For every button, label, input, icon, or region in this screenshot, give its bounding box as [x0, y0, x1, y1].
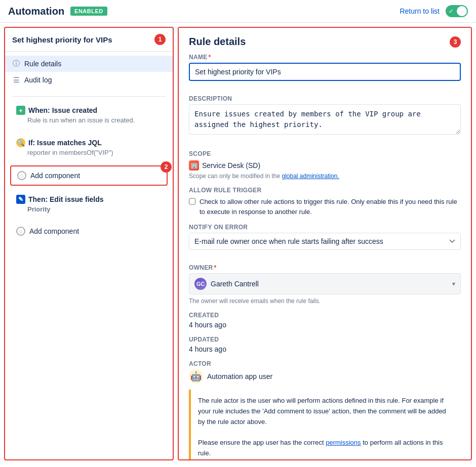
left-nav: ⓘ Rule details ☰ Audit log	[5, 52, 173, 92]
if-icon: 🔍	[16, 138, 25, 147]
global-admin-link[interactable]: global administration.	[282, 173, 339, 180]
updated-label: Updated	[189, 336, 461, 343]
then-subtitle: Priority	[16, 205, 162, 213]
add-component-1[interactable]: ○ Add component 2	[10, 165, 168, 186]
when-icon: +	[16, 106, 25, 115]
panel-badge-1: 1	[154, 34, 166, 45]
description-input[interactable]: Ensure issues created by members of the …	[189, 104, 461, 135]
name-input[interactable]	[189, 63, 461, 81]
scope-label: Scope	[189, 150, 461, 157]
updated-section: Updated 4 hours ago	[189, 336, 461, 353]
owner-avatar: GC	[194, 278, 207, 290]
then-icon: ✎	[16, 195, 25, 204]
scope-value-text: Service Desk (SD)	[202, 161, 260, 169]
owner-note: The owner will receive emails when the r…	[189, 298, 461, 305]
created-value: 4 hours ago	[189, 321, 461, 329]
add-component-2-circle-icon: ○	[16, 227, 25, 236]
left-panel-header: Set highest priority for VIPs 1	[5, 28, 173, 52]
panel-badge-3: 3	[450, 36, 461, 48]
owner-name: Gareth Cantrell	[211, 280, 448, 288]
permissions-link[interactable]: permissions	[326, 439, 361, 446]
main-layout: Set highest priority for VIPs 1 ⓘ Rule d…	[0, 23, 476, 464]
name-field-section: Name*	[189, 54, 461, 88]
list-icon: ☰	[12, 76, 20, 84]
allow-trigger-row: Check to allow other rule actions to tri…	[189, 197, 461, 217]
scope-field-section: Scope 🏢 Service Desk (SD) Scope can only…	[189, 150, 461, 180]
allow-trigger-label: Allow rule trigger	[189, 187, 461, 194]
rule-title: Set highest priority for VIPs	[12, 35, 112, 44]
when-subtitle: Rule is run when an issue is created.	[16, 116, 162, 124]
left-panel: Set highest priority for VIPs 1 ⓘ Rule d…	[4, 27, 174, 460]
actor-label: Actor	[189, 360, 461, 367]
right-panel: Rule details 3 Name* Description Ensure …	[178, 27, 472, 460]
then-title: ✎ Then: Edit issue fields	[16, 195, 162, 204]
name-label: Name*	[189, 54, 461, 61]
notify-error-select[interactable]: E-mail rule owner once when rule starts …	[189, 233, 461, 250]
page-title: Automation	[8, 6, 64, 17]
owner-chevron-icon: ▾	[452, 280, 455, 287]
scope-value-row: 🏢 Service Desk (SD)	[189, 160, 461, 171]
actor-info-text-2: Please ensure the app user has the corre…	[198, 438, 454, 459]
owner-select-row[interactable]: GC Gareth Cantrell ▾	[189, 273, 461, 294]
description-field-section: Description Ensure issues created by mem…	[189, 95, 461, 143]
actor-avatar: 🤖	[189, 369, 203, 384]
updated-value: 4 hours ago	[189, 345, 461, 353]
allow-trigger-section: Allow rule trigger Check to allow other …	[189, 187, 461, 217]
add-component-2[interactable]: ○ Add component	[10, 222, 168, 240]
owner-required-star: *	[214, 264, 217, 271]
name-required-star: *	[209, 54, 211, 61]
add-component-2-label: Add component	[29, 227, 79, 235]
nav-audit-log-label: Audit log	[24, 76, 52, 84]
notify-error-label: Notify on error	[189, 224, 461, 231]
nav-rule-details-label: Rule details	[24, 60, 61, 68]
service-desk-icon: 🏢	[189, 160, 199, 171]
rule-details-title: Rule details	[189, 36, 246, 48]
created-section: Created 4 hours ago	[189, 312, 461, 329]
enabled-toggle[interactable]: ✓	[446, 5, 468, 17]
if-subtitle: reporter in membersOf("VIP")	[16, 149, 162, 156]
scope-note: Scope can only be modified in the global…	[189, 173, 461, 180]
toggle-check-icon: ✓	[449, 8, 454, 15]
return-to-list-link[interactable]: Return to list	[400, 7, 440, 15]
if-title: 🔍 If: Issue matches JQL	[16, 138, 162, 147]
when-component[interactable]: + When: Issue created Rule is run when a…	[10, 101, 168, 129]
allow-trigger-text: Check to allow other rule actions to tri…	[200, 197, 461, 217]
description-label: Description	[189, 95, 461, 102]
owner-label: Owner*	[189, 264, 461, 271]
when-title: + When: Issue created	[16, 106, 162, 115]
owner-section: Owner* GC Gareth Cantrell ▾ The owner wi…	[189, 264, 461, 305]
then-component[interactable]: ✎ Then: Edit issue fields Priority	[10, 190, 168, 218]
notify-error-section: Notify on error E-mail rule owner once w…	[189, 224, 461, 257]
rule-details-body: Name* Description Ensure issues created …	[179, 54, 471, 460]
actor-name: Automation app user	[207, 372, 272, 380]
created-label: Created	[189, 312, 461, 319]
actor-section: Actor 🤖 Automation app user The rule act…	[189, 360, 461, 460]
info-circle-icon: ⓘ	[12, 60, 20, 68]
nav-divider	[12, 96, 166, 97]
add-component-1-label: Add component	[30, 172, 80, 180]
if-component[interactable]: 🔍 If: Issue matches JQL reporter in memb…	[10, 133, 168, 161]
page-header: Automation ENABLED Return to list ✓	[0, 0, 476, 23]
header-actions: Return to list ✓	[400, 5, 468, 17]
nav-item-rule-details[interactable]: ⓘ Rule details	[5, 56, 173, 72]
actor-row: 🤖 Automation app user	[189, 369, 461, 384]
right-panel-header: Rule details 3	[179, 28, 471, 54]
panel-badge-2: 2	[161, 161, 172, 173]
actor-info-box: The rule actor is the user who will perf…	[189, 390, 461, 460]
actor-info-text-1: The rule actor is the user who will perf…	[198, 396, 454, 427]
enabled-badge: ENABLED	[70, 7, 107, 16]
add-component-circle-icon: ○	[17, 171, 26, 180]
allow-trigger-checkbox[interactable]	[189, 198, 195, 205]
nav-item-audit-log[interactable]: ☰ Audit log	[5, 72, 173, 88]
